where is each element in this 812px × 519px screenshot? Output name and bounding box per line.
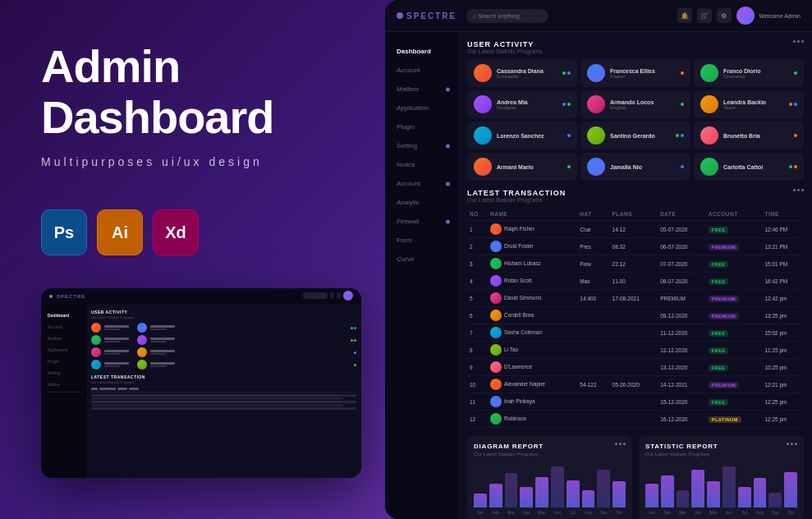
- user-name-11: Jamalla Nio: [610, 164, 642, 170]
- account-badge: FREE: [709, 365, 729, 371]
- chart-label-item: Jul: [738, 510, 751, 515]
- bar-item: [677, 490, 690, 508]
- cell-name: Sasha Coleman: [488, 324, 577, 342]
- bar-item: [784, 472, 797, 508]
- cell-account: FREE: [706, 324, 763, 342]
- sidebar-item-account[interactable]: Account: [385, 61, 458, 80]
- user-info-8: Santino Gerardo: [610, 133, 655, 139]
- transaction-subtitle: Our Latest Statistic Programs: [467, 197, 566, 203]
- diagram-bar-chart: [474, 466, 626, 508]
- table-row: 6 Cordell Brea 09-12-2020 PREMIUM 13:25 …: [467, 307, 804, 324]
- chart-label-item: Jan: [645, 510, 658, 515]
- preview-main: USER ACTIVITY Our Latest Statistic Progr…: [86, 305, 361, 478]
- user-avatar-4: [474, 95, 492, 113]
- cell-name: Robin Scott: [488, 273, 577, 290]
- bar-item: [738, 487, 751, 508]
- user-info-9: Brunetto Bria: [723, 133, 760, 139]
- cell-account: PREMIUM: [706, 290, 763, 307]
- account-badge: FREE: [709, 330, 729, 337]
- cell-account: PLATINUM: [706, 411, 763, 428]
- user-name-6: Leandra Backio: [723, 99, 766, 105]
- cell-date: 07-07-2020: [658, 255, 706, 273]
- dashboard-sidebar: Dashboard Account Mailbox Application Pl…: [385, 32, 459, 519]
- sidebar-item-mailbox[interactable]: Mailbox: [385, 80, 458, 99]
- user-avatar-5: [587, 95, 605, 113]
- cell-account: FREE: [706, 255, 763, 273]
- cart-icon[interactable]: 🛒: [697, 8, 712, 23]
- preview-av2: [137, 323, 147, 333]
- preview-av: [91, 323, 101, 333]
- cell-plans: 08.32: [610, 238, 658, 255]
- sidebar-item-application[interactable]: Application: [385, 99, 458, 117]
- bar-item: [754, 478, 767, 508]
- search-bar[interactable]: ⌕ Search anything: [466, 9, 548, 23]
- user-activity-header: USER ACTIVITY Our Latest Statistic Progr…: [467, 40, 804, 54]
- cell-account: FREE: [706, 393, 763, 411]
- sidebar-item-account2[interactable]: Account: [385, 174, 458, 193]
- dashboard-body: Dashboard Account Mailbox Application Pl…: [385, 32, 812, 519]
- user-avatar-11: [587, 158, 605, 176]
- statistic-menu[interactable]: [787, 443, 797, 445]
- preview-nav-account: Account: [41, 321, 86, 333]
- account-badge: FREE: [709, 347, 729, 354]
- transaction-title-group: LATEST TRANSACTION Our Latest Statistic …: [467, 189, 566, 203]
- user-info-12: Carlotta Cattol: [723, 164, 763, 170]
- preview-nav-mailbox: Mailbox: [41, 333, 86, 344]
- user-status-10: [567, 165, 571, 168]
- user-activity-menu[interactable]: [793, 40, 804, 43]
- cell-time: 12:21 pm: [762, 376, 804, 393]
- user-status-7: [567, 134, 571, 137]
- row-avatar: [490, 292, 502, 304]
- transaction-menu[interactable]: [793, 189, 804, 191]
- cell-no: 10: [467, 376, 488, 393]
- notification-icon[interactable]: 🔔: [677, 8, 692, 23]
- cell-plans: 14.12: [610, 221, 658, 238]
- row-avatar: [490, 379, 502, 390]
- sidebar-item-curve[interactable]: Curve: [385, 250, 458, 269]
- sidebar-item-plugin[interactable]: Plugin: [385, 117, 458, 136]
- user-activity-title-group: USER ACTIVITY Our Latest Statistic Progr…: [467, 40, 542, 54]
- cell-name: David Simmons: [488, 290, 577, 307]
- cell-date: 15-12-2020: [658, 393, 706, 411]
- bar-item: [551, 466, 564, 508]
- sidebar-item-notice[interactable]: Notice: [385, 155, 458, 174]
- cell-plans: [610, 307, 658, 324]
- user-activity-title: USER ACTIVITY: [467, 40, 542, 48]
- user-avatar-6: [700, 95, 718, 113]
- cell-plans: [610, 393, 658, 411]
- settings-icon[interactable]: ⚙: [717, 8, 732, 23]
- cell-date: 14-12-2021: [658, 376, 706, 393]
- sidebar-item-setting[interactable]: Setting: [385, 136, 458, 155]
- diagram-report-card: DIAGRAM REPORT Our Latest Statistic Prog…: [467, 436, 632, 519]
- table-row: 7 Sasha Coleman 11-12-2020 FREE 15:02 pm: [467, 324, 804, 342]
- user-avatar-10: [474, 158, 492, 176]
- chart-label-item: Oct: [612, 510, 626, 515]
- preview-av5: [91, 347, 101, 357]
- user-card-2: Francesca Elliss Trainer: [580, 59, 690, 87]
- diagram-menu[interactable]: [615, 443, 626, 445]
- chart-label-item: Mar: [505, 510, 518, 515]
- sidebar-item-form[interactable]: Form: [385, 231, 458, 250]
- account-badge: PREMIUM: [709, 244, 739, 250]
- preview-body: Dashboard Account Mailbox Application Pl…: [41, 305, 361, 478]
- chart-label-item: Feb: [661, 510, 674, 515]
- row-avatar: [490, 396, 502, 407]
- cell-time: 12:25 pm: [762, 411, 804, 428]
- diagram-title: DIAGRAM REPORT: [474, 443, 544, 450]
- sidebar-item-analytic[interactable]: Analytic: [385, 193, 458, 212]
- cell-time: 11:25 pm: [762, 342, 804, 359]
- row-avatar: [490, 327, 502, 338]
- page-title: Admin Dashboard: [41, 41, 345, 142]
- cell-plans: 22.12: [610, 255, 658, 273]
- chart-label-item: Apr: [520, 510, 533, 515]
- preview-nav-setting: Setting: [41, 367, 86, 379]
- sidebar-item-firewall[interactable]: Firewall: [385, 212, 458, 231]
- charts-grid: DIAGRAM REPORT Our Latest Statistic Prog…: [467, 436, 804, 519]
- chart-label-item: Aug: [754, 510, 767, 515]
- user-avatar[interactable]: [736, 7, 755, 25]
- cell-no: 8: [467, 342, 488, 359]
- col-account: ACCOUNT: [706, 208, 763, 221]
- user-name-9: Brunetto Bria: [723, 133, 760, 139]
- user-name-4: Andrea Mia: [497, 99, 528, 105]
- sidebar-item-dashboard[interactable]: Dashboard: [385, 42, 458, 61]
